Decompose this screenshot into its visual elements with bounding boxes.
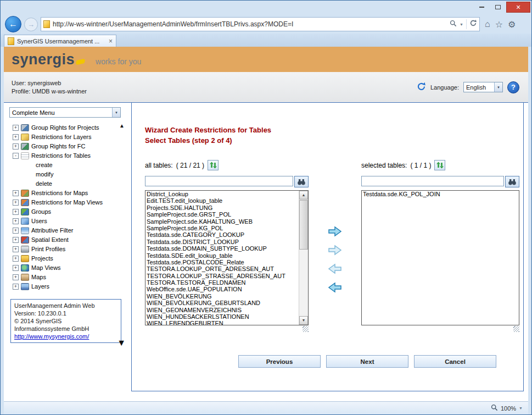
tab-close-icon[interactable]: × — [109, 37, 113, 45]
scrollbar-up-icon[interactable]: ▲ — [299, 191, 308, 200]
sidebar-item-modify[interactable]: modify — [9, 170, 131, 179]
help-button[interactable]: ? — [507, 81, 519, 93]
expand-icon[interactable]: + — [13, 134, 19, 140]
expand-icon[interactable]: + — [13, 284, 19, 290]
sidebar-item-restrictions-for-map-views[interactable]: +Restrictions for Map Views — [9, 198, 131, 207]
sidebar-item-delete[interactable]: delete — [9, 179, 131, 189]
table-list-item[interactable]: SampleProject.sde.KG_POL — [145, 225, 299, 231]
zoom-level[interactable]: 100% — [501, 405, 516, 412]
move-right-button[interactable] — [327, 244, 343, 256]
tree-scroll-down-icon[interactable]: ▼ — [117, 338, 126, 348]
expand-icon[interactable]: + — [13, 237, 19, 243]
sidebar-item-map-views[interactable]: +Map Views — [9, 263, 131, 273]
previous-button[interactable]: Previous — [238, 355, 321, 368]
sidebar-item-groups[interactable]: +Groups — [9, 207, 131, 217]
expand-icon[interactable]: + — [13, 274, 19, 280]
expand-icon[interactable]: + — [13, 209, 19, 215]
table-list-item[interactable]: Testdata.sde.DISTRICT_LOOKUP — [145, 239, 299, 245]
available-tables-list[interactable]: District_LookupEdit.TEST.edit_lookup_tab… — [145, 190, 309, 325]
all-tables-find-button[interactable] — [294, 176, 309, 187]
tab-synergis-usermanagement[interactable]: SynerGIS Usermanagement ... × — [4, 35, 116, 47]
forward-button[interactable]: → — [24, 18, 38, 31]
table-list-item[interactable]: Edit.TEST.edit_lookup_table — [145, 197, 299, 204]
zoom-caret-icon[interactable]: ▼ — [519, 406, 523, 410]
expand-icon[interactable]: + — [13, 228, 19, 234]
table-list-item[interactable]: WebOffice.sde.UAE_POPULATION — [145, 286, 299, 292]
back-button[interactable]: ← — [5, 16, 21, 32]
available-tables-scrollbar[interactable]: ▲ ▼ — [299, 191, 308, 325]
table-list-item[interactable]: WIEN_BEVÖLKERUNG_GEBURTSLAND — [145, 300, 299, 306]
table-list-item[interactable]: TESTORA.LOOKUP_STRASSE_ADRESSEN_AUT — [145, 273, 299, 279]
maximize-button[interactable] — [490, 2, 506, 13]
next-button[interactable]: Next — [326, 355, 408, 368]
expand-icon[interactable]: + — [13, 200, 19, 206]
url-input[interactable] — [53, 20, 447, 28]
table-list-item[interactable]: WIEN_BEVÖLKERUNG — [145, 293, 299, 300]
favorites-star-icon[interactable]: ☆ — [495, 19, 503, 30]
table-list-item[interactable]: Projects.SDE.HALTUNG — [145, 204, 299, 211]
all-tables-updown-arrows-icon[interactable] — [208, 160, 219, 170]
selected-tables-resize-grip[interactable] — [513, 326, 519, 332]
available-tables-resize-grip[interactable] — [303, 326, 309, 332]
selected-tables-filter-input[interactable] — [361, 176, 504, 186]
zoom-magnifier-icon[interactable] — [491, 404, 498, 412]
sidebar-item-attributive-filter[interactable]: +Attributive Filter — [9, 226, 131, 235]
table-list-item[interactable]: WIEN_GEONAMENVERZEICHNIS — [145, 307, 299, 313]
sidebar-item-group-rights-for-fc[interactable]: +Group Rights for FC — [9, 142, 131, 151]
table-list-item[interactable]: Testdata.sde.KG_POL_JOIN — [362, 191, 519, 197]
selected-tables-updown-arrows-icon[interactable] — [434, 160, 445, 170]
table-list-item[interactable]: SampleProject.sde.GRST_POL — [145, 211, 299, 218]
table-list-item[interactable]: SampleProject.sde.KAHALTUNG_WEB — [145, 218, 299, 225]
table-list-item[interactable]: Testdata.sde.POSTALCODE_Relate — [145, 259, 299, 265]
move-all-right-button[interactable] — [327, 225, 343, 237]
selected-tables-list[interactable]: Testdata.sde.KG_POL_JOIN — [361, 190, 519, 325]
sidebar-item-spatial-extent[interactable]: +Spatial Extent — [9, 235, 131, 245]
collapse-icon[interactable]: - — [13, 153, 19, 159]
search-icon[interactable] — [450, 19, 457, 29]
reload-language-icon[interactable] — [417, 82, 426, 92]
selected-tables-find-button[interactable] — [505, 176, 519, 187]
sidebar-item-users[interactable]: +Users — [9, 217, 131, 226]
minimize-button[interactable] — [473, 2, 490, 13]
all-tables-filter-input[interactable] — [145, 176, 293, 186]
move-all-left-button[interactable] — [327, 281, 343, 294]
sidebar-item-restrictions-for-tables[interactable]: -Restrictions for Tables — [9, 151, 131, 161]
expand-icon[interactable]: + — [13, 143, 19, 150]
table-list-item[interactable]: TESTORA.TESTORA_FELDNAMEN — [145, 279, 299, 286]
close-button[interactable]: × — [506, 2, 530, 13]
table-list-item[interactable]: Testdata.sde.DOMAIN_SUBTYPE_LOOKUP — [145, 245, 299, 252]
move-left-button[interactable] — [327, 262, 343, 275]
menu-select[interactable]: Complete Menu ▼ — [9, 107, 121, 118]
sidebar-item-restrictions-for-maps[interactable]: +Restrictions for Maps — [9, 189, 131, 198]
expand-icon[interactable]: + — [13, 246, 19, 252]
sidebar-item-layers[interactable]: +Layers — [9, 282, 131, 291]
tree-scroll-up-icon[interactable]: ▲ — [119, 123, 125, 129]
table-list-item[interactable]: District_Lookup — [145, 191, 299, 197]
scrollbar-thumb[interactable] — [299, 200, 308, 250]
footer-link[interactable]: http://www.mysynergis.com/ — [14, 333, 89, 340]
refresh-icon[interactable] — [469, 19, 477, 29]
table-list-item[interactable]: Testdata.sde.CATEGORY_LOOKUP — [145, 231, 299, 238]
expand-icon[interactable]: + — [13, 218, 19, 224]
sidebar-item-restrictions-for-layers[interactable]: +Restrictions for Layers — [9, 132, 131, 142]
sidebar-item-projects[interactable]: +Projects — [9, 254, 131, 263]
expand-icon[interactable]: + — [13, 256, 19, 262]
menu-select-caret-icon[interactable]: ▼ — [112, 108, 120, 117]
language-select[interactable]: English ▼ — [463, 82, 503, 92]
expand-icon[interactable]: + — [13, 265, 19, 271]
sidebar-item-print-profiles[interactable]: +Print Profiles — [9, 245, 131, 254]
sidebar-item-create[interactable]: create — [9, 161, 131, 170]
language-select-caret-icon[interactable]: ▼ — [494, 82, 502, 92]
table-list-item[interactable]: WIEN_LEBENDGEBURTEN — [145, 320, 299, 325]
home-icon[interactable]: ⌂ — [485, 19, 490, 29]
expand-icon[interactable]: + — [13, 190, 19, 196]
window-titlebar[interactable]: × — [1, 1, 531, 15]
address-bar[interactable]: ▼ — [41, 17, 480, 31]
sidebar-item-group-rights-for-projects[interactable]: +Group Rights for Projects — [9, 123, 131, 132]
scrollbar-down-icon[interactable]: ▼ — [299, 316, 308, 325]
expand-icon[interactable]: + — [13, 125, 19, 131]
sidebar-item-maps[interactable]: +Maps — [9, 273, 131, 282]
settings-gear-icon[interactable]: ⚙ — [508, 19, 516, 30]
table-list-item[interactable]: Testdata.SDE.edit_lookup_table — [145, 252, 299, 259]
table-list-item[interactable]: TESTORA.LOOKUP_ORTE_ADRESSEN_AUT — [145, 265, 299, 272]
